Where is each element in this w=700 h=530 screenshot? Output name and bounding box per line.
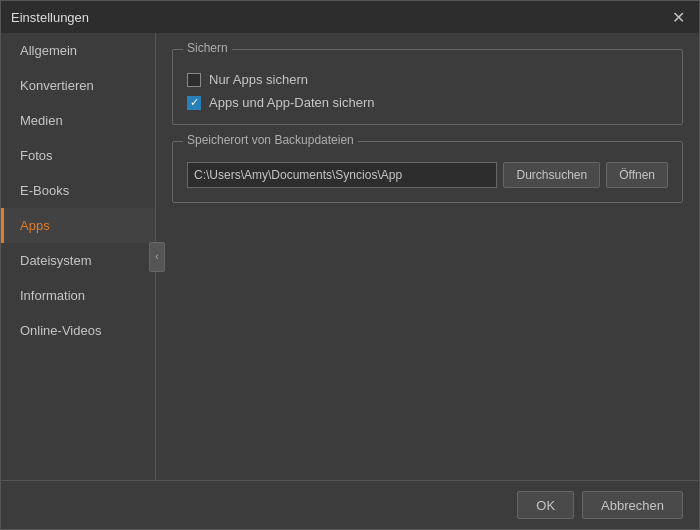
ok-button[interactable]: OK xyxy=(517,491,574,519)
sidebar-item-fotos[interactable]: Fotos xyxy=(1,138,155,173)
backup-group: Sichern Nur Apps sichern Apps und App-Da… xyxy=(172,49,683,125)
storage-group-title: Speicherort von Backupdateien xyxy=(183,133,358,147)
checkbox-row-2: Apps und App-Daten sichern xyxy=(187,95,668,110)
main-panel: Sichern Nur Apps sichern Apps und App-Da… xyxy=(156,33,699,480)
sidebar: Allgemein Konvertieren Medien Fotos E-Bo… xyxy=(1,33,156,480)
open-button[interactable]: Öffnen xyxy=(606,162,668,188)
title-bar: Einstellungen ✕ xyxy=(1,1,699,33)
checkbox-row-1: Nur Apps sichern xyxy=(187,72,668,87)
sidebar-item-information[interactable]: Information xyxy=(1,278,155,313)
checkbox-apps-and-data-label: Apps und App-Daten sichern xyxy=(209,95,375,110)
sidebar-item-apps[interactable]: Apps xyxy=(1,208,155,243)
close-button[interactable]: ✕ xyxy=(667,6,689,28)
path-row: Durchsuchen Öffnen xyxy=(187,162,668,188)
sidebar-item-dateisystem[interactable]: Dateisystem xyxy=(1,243,155,278)
sidebar-item-allgemein[interactable]: Allgemein xyxy=(1,33,155,68)
sidebar-collapse-arrow[interactable]: ‹ xyxy=(149,242,165,272)
content-area: Allgemein Konvertieren Medien Fotos E-Bo… xyxy=(1,33,699,480)
browse-button[interactable]: Durchsuchen xyxy=(503,162,600,188)
path-input[interactable] xyxy=(187,162,497,188)
sidebar-item-e-books[interactable]: E-Books xyxy=(1,173,155,208)
storage-group: Speicherort von Backupdateien Durchsuche… xyxy=(172,141,683,203)
checkbox-apps-and-data[interactable] xyxy=(187,96,201,110)
checkbox-only-apps[interactable] xyxy=(187,73,201,87)
footer: OK Abbrechen xyxy=(1,480,699,529)
window-title: Einstellungen xyxy=(11,10,89,25)
settings-window: Einstellungen ✕ Allgemein Konvertieren M… xyxy=(0,0,700,530)
sidebar-item-konvertieren[interactable]: Konvertieren xyxy=(1,68,155,103)
cancel-button[interactable]: Abbrechen xyxy=(582,491,683,519)
backup-group-title: Sichern xyxy=(183,41,232,55)
sidebar-item-medien[interactable]: Medien xyxy=(1,103,155,138)
checkbox-only-apps-label: Nur Apps sichern xyxy=(209,72,308,87)
sidebar-item-online-videos[interactable]: Online-Videos xyxy=(1,313,155,348)
